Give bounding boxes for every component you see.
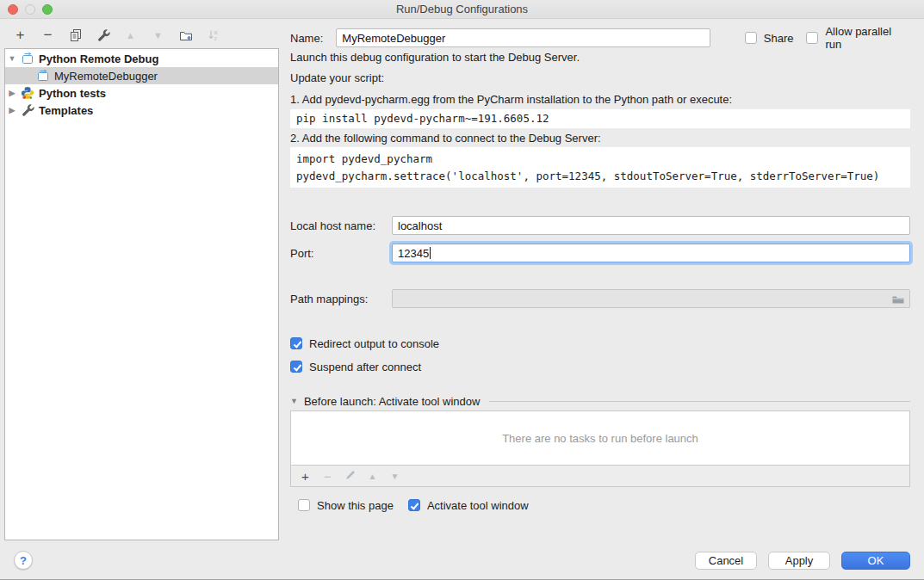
arrow-up-icon <box>126 30 135 40</box>
add-configuration-button[interactable]: + <box>12 27 28 44</box>
new-folder-icon <box>179 28 193 42</box>
local-host-name-label: Local host name: <box>290 219 392 232</box>
svg-text:a: a <box>214 29 217 35</box>
chevron-down-icon[interactable]: ▼ <box>5 54 19 63</box>
redirect-output-checkbox-row[interactable]: Redirect output to console <box>290 335 910 352</box>
edit-templates-button[interactable] <box>95 27 111 44</box>
copy-icon <box>69 28 83 42</box>
allow-parallel-run-label: Allow parallel run <box>825 25 910 51</box>
redirect-output-checkbox[interactable] <box>290 337 302 349</box>
allow-parallel-run-checkbox-row[interactable]: Allow parallel run <box>806 25 910 51</box>
browse-folder-icon[interactable] <box>891 293 905 309</box>
copy-configuration-button[interactable] <box>67 27 84 44</box>
share-checkbox-row[interactable]: Share <box>745 32 794 45</box>
intro-text-1: Launch this debug configuration to start… <box>290 51 910 64</box>
python-tests-icon <box>21 86 34 100</box>
tree-item-templates[interactable]: ▶ Templates <box>5 102 278 119</box>
before-launch-toolbar: + − <box>290 466 910 487</box>
titlebar: Run/Debug Configurations <box>0 0 924 19</box>
local-host-name-input[interactable]: localhost <box>392 216 910 235</box>
svg-text:z: z <box>214 35 217 41</box>
chevron-down-icon[interactable]: ▼ <box>290 397 298 405</box>
tree-item-myremotedebugger[interactable]: MyRemoteDebugger <box>5 67 278 84</box>
local-host-name-value: localhost <box>398 219 442 232</box>
name-label: Name: <box>290 32 323 45</box>
apply-button[interactable]: Apply <box>768 552 830 570</box>
suspend-after-connect-label: Suspend after connect <box>309 361 421 373</box>
question-mark-icon: ? <box>20 554 27 567</box>
name-input[interactable]: MyRemoteDebugger <box>336 28 710 47</box>
before-launch-task-list[interactable]: There are no tasks to run before launch <box>290 410 910 466</box>
dialog-buttons: Cancel Apply OK <box>695 552 910 570</box>
ok-button[interactable]: OK <box>841 552 910 570</box>
pip-install-code: pip install pydevd-pycharm~=191.6605.12 <box>290 109 910 128</box>
settrace-code-line-2: pydevd_pycharm.settrace('localhost', por… <box>296 168 904 185</box>
plus-icon: + <box>16 27 25 44</box>
tree-item-label: Templates <box>39 104 93 117</box>
minimize-window-button[interactable] <box>25 4 35 15</box>
divider <box>489 401 910 402</box>
move-up-button[interactable] <box>122 27 139 44</box>
pencil-icon <box>344 469 357 484</box>
plus-icon: + <box>301 469 309 484</box>
port-input[interactable]: 12345 <box>392 244 910 262</box>
intro-text-2: Update your script: <box>290 71 910 84</box>
edit-task-button[interactable] <box>343 469 357 484</box>
text-caret <box>430 247 431 259</box>
step-1-text: 1. Add pydevd-pycharm.egg from the PyCha… <box>290 93 910 106</box>
before-launch-title: Before launch: Activate tool window <box>304 395 481 408</box>
step-2-text: 2. Add the following command to connect … <box>290 132 910 145</box>
arrow-down-icon <box>153 30 163 40</box>
minus-icon: − <box>324 469 332 484</box>
pip-install-command: pip install pydevd-pycharm~=191.6605.12 <box>296 110 904 127</box>
run-debug-configurations-dialog: Run/Debug Configurations + − az ▼ <box>0 0 924 580</box>
remove-task-button[interactable]: − <box>320 469 335 484</box>
remote-debug-icon <box>21 52 34 65</box>
wrench-icon <box>21 103 34 117</box>
tree-item-python-remote-debug[interactable]: ▼ Python Remote Debug <box>5 50 278 67</box>
path-mappings-label: Path mappings: <box>290 293 392 305</box>
activate-tool-window-checkbox[interactable] <box>408 499 420 511</box>
suspend-after-connect-checkbox-row[interactable]: Suspend after connect <box>290 358 910 375</box>
configuration-form: Name: MyRemoteDebugger Share Allow paral… <box>290 19 910 546</box>
new-folder-button[interactable] <box>177 27 194 44</box>
help-button[interactable]: ? <box>14 551 33 570</box>
empty-tasks-text: There are no tasks to run before launch <box>502 432 698 445</box>
path-mappings-input[interactable] <box>392 289 910 308</box>
show-this-page-checkbox[interactable] <box>298 499 310 511</box>
settrace-code-line-1: import pydevd_pycharm <box>296 151 904 168</box>
settrace-code: import pydevd_pycharm pydevd_pycharm.set… <box>290 147 910 188</box>
remove-configuration-button[interactable]: − <box>40 27 56 44</box>
add-task-button[interactable]: + <box>298 469 313 484</box>
share-checkbox[interactable] <box>745 32 757 44</box>
tree-item-python-tests[interactable]: ▶ Python tests <box>5 84 278 102</box>
sort-az-icon: az <box>207 28 220 42</box>
configurations-toolbar: + − az <box>12 25 221 46</box>
name-value: MyRemoteDebugger <box>342 32 445 45</box>
close-window-button[interactable] <box>8 4 18 15</box>
arrow-down-icon <box>391 472 400 481</box>
minus-icon: − <box>44 27 53 44</box>
redirect-output-label: Redirect output to console <box>309 337 439 350</box>
chevron-right-icon[interactable]: ▶ <box>5 89 19 97</box>
tree-item-label: MyRemoteDebugger <box>54 70 158 83</box>
chevron-right-icon[interactable]: ▶ <box>5 106 19 114</box>
zoom-window-button[interactable] <box>42 4 53 15</box>
move-down-button[interactable] <box>150 27 166 44</box>
move-task-up-button[interactable] <box>365 469 380 484</box>
tree-item-label: Python Remote Debug <box>39 52 158 65</box>
show-this-page-label: Show this page <box>317 499 394 512</box>
port-label: Port: <box>290 247 392 260</box>
sort-configurations-button[interactable]: az <box>205 27 221 44</box>
configurations-tree: ▼ Python Remote Debug MyRemoteDebugger ▶… <box>4 48 279 540</box>
show-this-page-checkbox-row[interactable]: Show this page <box>298 499 394 512</box>
window-title: Run/Debug Configurations <box>0 0 924 18</box>
activate-tool-window-checkbox-row[interactable]: Activate tool window <box>408 499 529 512</box>
move-task-down-button[interactable] <box>388 469 402 484</box>
tree-item-label: Python tests <box>39 87 106 100</box>
cancel-button[interactable]: Cancel <box>695 552 757 570</box>
allow-parallel-run-checkbox[interactable] <box>806 32 818 44</box>
remote-debug-icon <box>36 69 50 83</box>
before-launch-header[interactable]: ▼ Before launch: Activate tool window <box>290 392 910 410</box>
suspend-after-connect-checkbox[interactable] <box>290 361 302 373</box>
